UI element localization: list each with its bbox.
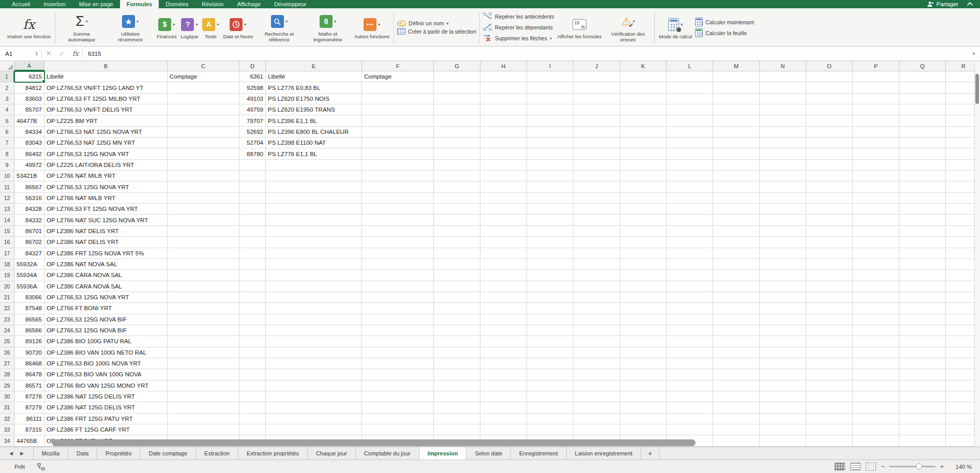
cell-g31[interactable] <box>434 402 480 413</box>
cell-c2[interactable] <box>168 82 239 93</box>
row-header-24[interactable]: 24 <box>0 325 14 336</box>
sheet-nav-right-icon[interactable]: ▶ <box>20 451 24 456</box>
cell-g20[interactable] <box>434 281 480 292</box>
cell-j28[interactable] <box>574 369 620 380</box>
cell-k19[interactable] <box>620 270 667 281</box>
cell-a11[interactable]: 86567 <box>14 181 44 192</box>
cell-o12[interactable] <box>806 193 853 204</box>
cell-o2[interactable] <box>806 82 853 93</box>
cell-d17[interactable] <box>239 248 266 259</box>
cell-q19[interactable] <box>899 270 946 281</box>
cell-d21[interactable] <box>239 292 266 303</box>
cell-q32[interactable] <box>899 414 946 424</box>
row-header-26[interactable]: 26 <box>0 347 14 358</box>
cell-n24[interactable] <box>760 325 806 336</box>
cell-n2[interactable] <box>760 82 806 93</box>
cell-j20[interactable] <box>574 281 620 292</box>
cell-c20[interactable] <box>168 281 239 292</box>
cell-h29[interactable] <box>480 380 527 391</box>
cell-a4[interactable]: 85707 <box>14 104 44 115</box>
cell-i30[interactable] <box>527 391 574 402</box>
cell-f23[interactable] <box>362 314 434 325</box>
cell-o18[interactable] <box>806 259 853 270</box>
cell-m6[interactable] <box>713 127 760 138</box>
cell-p22[interactable] <box>853 303 899 314</box>
cell-o30[interactable] <box>806 391 853 402</box>
cell-i6[interactable] <box>527 127 574 138</box>
zoom-out-button[interactable]: − <box>881 463 885 470</box>
cell-n9[interactable] <box>760 160 806 171</box>
column-header-i[interactable]: I <box>527 61 574 71</box>
cell-q31[interactable] <box>899 402 946 413</box>
cell-l7[interactable] <box>667 138 713 148</box>
cell-g14[interactable] <box>434 215 480 225</box>
sheet-tab-date-comptage[interactable]: Date comptage <box>140 447 196 460</box>
cell-d27[interactable] <box>239 358 266 369</box>
page-break-view-icon[interactable] <box>866 463 876 470</box>
column-header-m[interactable]: M <box>713 61 760 71</box>
cell-g3[interactable] <box>434 94 480 104</box>
cell-h17[interactable] <box>480 248 527 259</box>
cell-a31[interactable]: 87279 <box>14 402 44 413</box>
cell-c25[interactable] <box>168 336 239 347</box>
cell-f9[interactable] <box>362 160 434 171</box>
row-header-27[interactable]: 27 <box>0 358 14 369</box>
cell-a32[interactable]: 86111 <box>14 414 44 424</box>
cell-p16[interactable] <box>853 237 899 248</box>
cell-q5[interactable] <box>899 115 946 126</box>
cell-m22[interactable] <box>713 303 760 314</box>
cell-j27[interactable] <box>574 358 620 369</box>
cell-a19[interactable]: 55934A <box>14 270 44 281</box>
cell-m19[interactable] <box>713 270 760 281</box>
cell-a26[interactable]: 90720 <box>14 347 44 358</box>
definir-un-nom-button[interactable]: Définir un nom▾ <box>397 20 476 26</box>
cell-e17[interactable] <box>266 248 362 259</box>
cell-o5[interactable] <box>806 115 853 126</box>
cell-o17[interactable] <box>806 248 853 259</box>
cell-k2[interactable] <box>620 82 667 93</box>
cell-h7[interactable] <box>480 138 527 148</box>
cell-n21[interactable] <box>760 292 806 303</box>
cell-o15[interactable] <box>806 226 853 237</box>
cell-i16[interactable] <box>527 237 574 248</box>
cell-m23[interactable] <box>713 314 760 325</box>
cell-j15[interactable] <box>574 226 620 237</box>
row-header-13[interactable]: 13 <box>0 204 14 215</box>
cell-b31[interactable]: OP LZ386 NAT 125G DELIS YRT <box>44 402 168 413</box>
cell-g1[interactable] <box>434 71 480 82</box>
cell-c28[interactable] <box>168 369 239 380</box>
page-layout-view-icon[interactable] <box>850 463 861 470</box>
cell-c13[interactable] <box>168 204 239 215</box>
cell-p14[interactable] <box>853 215 899 225</box>
cell-m4[interactable] <box>713 104 760 115</box>
cell-k32[interactable] <box>620 414 667 424</box>
cell-n7[interactable] <box>760 138 806 148</box>
cell-n6[interactable] <box>760 127 806 138</box>
cell-i23[interactable] <box>527 314 574 325</box>
record-macro-icon[interactable] <box>37 463 45 470</box>
cell-e28[interactable] <box>266 369 362 380</box>
share-button[interactable]: Partager <box>927 1 958 7</box>
cell-f27[interactable] <box>362 358 434 369</box>
row-header-11[interactable]: 11 <box>0 181 14 192</box>
column-header-d[interactable]: D <box>239 61 266 71</box>
cell-m34[interactable] <box>713 435 760 446</box>
cell-b12[interactable]: OP LZ766 NAT MILB YRT <box>44 193 168 204</box>
ribbon-tab-developpeur[interactable]: Développeur <box>267 0 313 8</box>
cell-e16[interactable] <box>266 237 362 248</box>
cell-i12[interactable] <box>527 193 574 204</box>
cell-e2[interactable]: PS LZ776 E0,83 BL <box>266 82 362 93</box>
cell-i15[interactable] <box>527 226 574 237</box>
cell-f14[interactable] <box>362 215 434 225</box>
cell-l6[interactable] <box>667 127 713 138</box>
cell-e14[interactable] <box>266 215 362 225</box>
cell-i13[interactable] <box>527 204 574 215</box>
row-header-28[interactable]: 28 <box>0 369 14 380</box>
cell-m30[interactable] <box>713 391 760 402</box>
row-header-19[interactable]: 19 <box>0 270 14 281</box>
cell-n32[interactable] <box>760 414 806 424</box>
cell-o13[interactable] <box>806 204 853 215</box>
cell-c11[interactable] <box>168 181 239 192</box>
cell-h10[interactable] <box>480 171 527 181</box>
cell-a12[interactable]: 56316 <box>14 193 44 204</box>
